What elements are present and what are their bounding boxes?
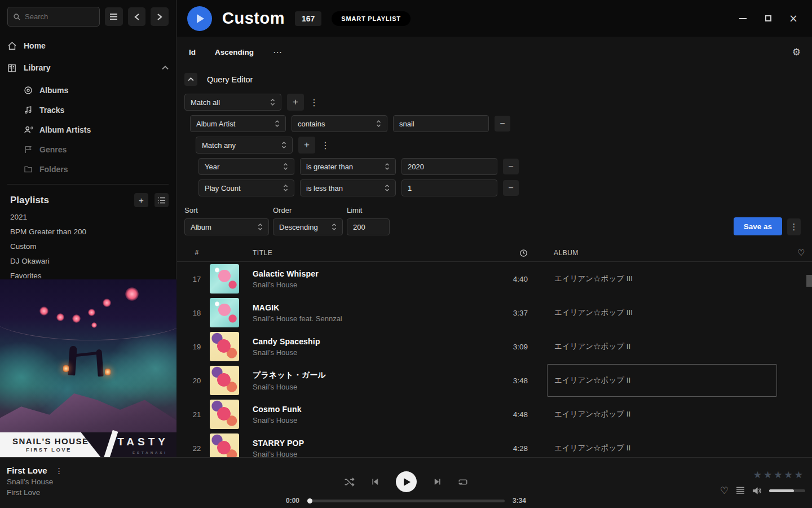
query-order-select[interactable]: Descending	[273, 218, 343, 235]
add-rule-button[interactable]: +	[287, 94, 304, 111]
track-album[interactable]: エイリアン☆ポップ II	[547, 432, 777, 461]
rule-operator-select[interactable]: is less than	[300, 179, 396, 196]
track-row[interactable]: 22 STARRY POP Snail’s House 4:28 エイリアン☆ポ…	[177, 431, 812, 461]
search-box[interactable]	[7, 7, 100, 27]
volume-button[interactable]	[752, 487, 762, 495]
duration-column-header[interactable]	[519, 249, 528, 257]
star-icon[interactable]: ★	[784, 469, 793, 480]
sidebar-item-library[interactable]: Library	[7, 61, 169, 75]
match-type-select[interactable]: Match any	[196, 137, 293, 154]
track-row[interactable]: 18 MAGIK Snail’s House feat. Sennzai 3:3…	[177, 296, 812, 330]
nav-back-button[interactable]	[128, 7, 146, 26]
shuffle-button[interactable]	[344, 478, 355, 487]
track-artist[interactable]: Snail’s House	[253, 281, 488, 289]
volume-slider[interactable]	[769, 489, 805, 492]
rule-operator-select[interactable]: contains	[292, 115, 387, 132]
more-options-button[interactable]: ⋯	[273, 47, 283, 58]
minimize-button[interactable]	[738, 14, 748, 24]
track-artist[interactable]: Snail’s House	[253, 383, 488, 391]
favorite-button[interactable]: ♡	[720, 485, 729, 496]
sidebar-item-home[interactable]: Home	[7, 39, 169, 52]
rule-field-select[interactable]: Year	[198, 158, 294, 175]
track-row[interactable]: 20 プラネット・ガール Snail’s House 3:48 エイリアン☆ポッ…	[177, 364, 812, 397]
nav-forward-button[interactable]	[151, 7, 169, 26]
sidebar-item-albums[interactable]: Albums	[24, 84, 169, 97]
rule-field-select[interactable]: Album Artist	[190, 115, 286, 132]
track-row[interactable]: 17 Galactic Whisper Snail’s House 4:40 エ…	[177, 262, 812, 296]
track-row[interactable]: 19 Candy Spaceship Snail’s House 3:09 エイ…	[177, 330, 812, 364]
close-button[interactable]: ×	[788, 14, 798, 24]
group-options-button[interactable]: ⋮	[310, 97, 319, 108]
playlist-item[interactable]: 2021	[10, 213, 169, 221]
save-as-button[interactable]: Save as	[734, 217, 782, 235]
sort-field-button[interactable]: Id	[189, 48, 196, 56]
playlist-item[interactable]: Custom	[10, 242, 169, 251]
now-playing-title[interactable]: First Love	[7, 466, 47, 475]
remove-rule-button[interactable]: −	[495, 116, 510, 132]
column-title[interactable]: TITLE	[247, 249, 488, 257]
rule-operator-select[interactable]: is greater than	[300, 158, 396, 175]
collapse-query-editor-button[interactable]	[184, 73, 197, 86]
query-sort-select[interactable]: Album	[184, 218, 269, 235]
track-title[interactable]: STARRY POP	[253, 439, 488, 448]
settings-button[interactable]: ⚙	[792, 46, 801, 58]
previous-button[interactable]	[371, 478, 379, 486]
match-type-select[interactable]: Match all	[184, 94, 281, 111]
track-album[interactable]: エイリアン☆ポップ II	[547, 398, 777, 431]
track-title[interactable]: Cosmo Funk	[253, 405, 488, 414]
play-playlist-button[interactable]	[187, 6, 212, 31]
repeat-button[interactable]	[458, 478, 468, 487]
seek-handle[interactable]	[307, 498, 312, 503]
playlist-item[interactable]: Favorites	[10, 271, 169, 280]
seek-bar[interactable]	[307, 500, 505, 502]
track-title[interactable]: プラネット・ガール	[253, 370, 488, 380]
star-icon[interactable]: ★	[795, 469, 803, 480]
sidebar-item-folders[interactable]: Folders	[24, 163, 169, 176]
track-album[interactable]: エイリアン☆ポップ III	[547, 296, 777, 329]
track-artist[interactable]: Snail’s House feat. Sennzai	[253, 314, 488, 323]
rule-value-input[interactable]	[393, 115, 489, 132]
column-index[interactable]: #	[184, 249, 210, 257]
star-icon[interactable]: ★	[774, 469, 782, 480]
now-playing-album[interactable]: First Love	[7, 488, 63, 497]
scrollbar-thumb[interactable]	[806, 275, 812, 287]
track-artist[interactable]: Snail’s House	[253, 416, 488, 424]
track-row[interactable]: 21 Cosmo Funk Snail’s House 4:48 エイリアン☆ポ…	[177, 397, 812, 431]
column-album[interactable]: ALBUM	[547, 249, 777, 257]
sort-direction-button[interactable]: Ascending	[215, 48, 254, 56]
save-options-button[interactable]: ⋮	[787, 218, 801, 235]
sidebar-item-tracks[interactable]: Tracks	[24, 104, 169, 116]
now-playing-options-button[interactable]: ⋮	[55, 466, 63, 475]
track-title[interactable]: Galactic Whisper	[253, 269, 488, 278]
search-input[interactable]	[25, 12, 87, 21]
sidebar-item-genres[interactable]: Genres	[24, 143, 169, 156]
group-options-button[interactable]: ⋮	[321, 140, 330, 151]
track-album[interactable]: エイリアン☆ポップ II	[547, 330, 777, 363]
rule-field-select[interactable]: Play Count	[198, 179, 294, 196]
rule-value-input[interactable]	[401, 158, 497, 175]
playlist-item[interactable]: DJ Okawari	[10, 257, 169, 265]
now-playing-artist[interactable]: Snail’s House	[7, 478, 63, 486]
remove-rule-button[interactable]: −	[503, 159, 519, 174]
star-icon[interactable]: ★	[764, 469, 772, 480]
track-album[interactable]: エイリアン☆ポップ III	[547, 262, 777, 295]
track-title[interactable]: MAGIK	[253, 303, 488, 312]
favorite-column-header[interactable]: ♡	[797, 248, 805, 258]
sidebar-item-album-artists[interactable]: Album Artists	[24, 124, 169, 136]
maximize-button[interactable]	[763, 14, 773, 24]
add-playlist-button[interactable]: +	[134, 193, 148, 207]
track-artist[interactable]: Snail’s House	[253, 348, 488, 357]
add-rule-button[interactable]: +	[298, 137, 315, 154]
limit-input[interactable]	[347, 218, 390, 235]
track-title[interactable]: Candy Spaceship	[253, 337, 488, 346]
track-album[interactable]: エイリアン☆ポップ II	[547, 364, 777, 397]
rule-value-input[interactable]	[401, 179, 497, 196]
queue-button[interactable]	[736, 487, 745, 494]
now-playing-cover-art[interactable]: SNAIL'S HOUSE FIRST LOVE TASTY ESTANAXI	[0, 279, 176, 457]
remove-rule-button[interactable]: −	[503, 180, 519, 196]
next-button[interactable]	[433, 478, 442, 486]
play-pause-button[interactable]	[396, 471, 417, 492]
chevron-up-icon[interactable]	[162, 65, 169, 70]
star-icon[interactable]: ★	[753, 469, 762, 480]
playlist-list-button[interactable]	[155, 193, 169, 207]
